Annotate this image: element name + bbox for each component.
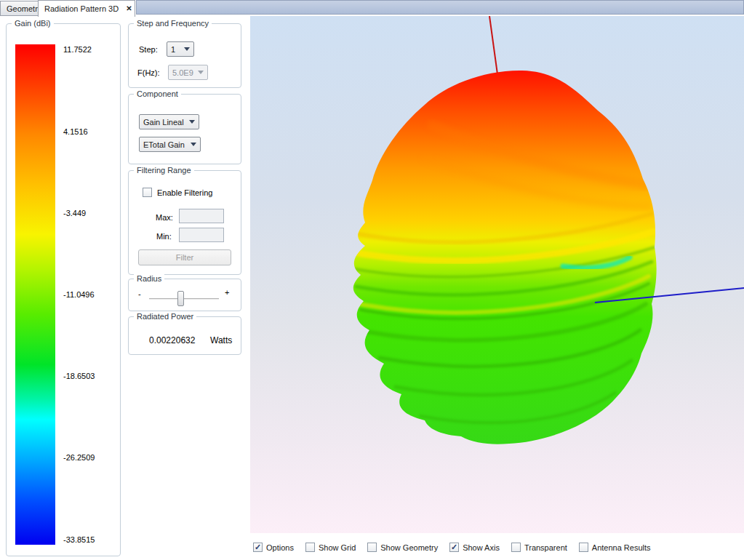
- step-dropdown[interactable]: 1: [167, 41, 194, 57]
- show-geometry-checkbox[interactable]: [367, 543, 377, 552]
- show-grid-label: Show Grid: [319, 543, 356, 552]
- show-axis-checkbox-item[interactable]: ✓ Show Axis: [449, 543, 500, 552]
- gain-tick: -18.6503: [63, 372, 95, 380]
- tab-radiation-label: Radiation Pattern 3D: [44, 4, 119, 13]
- antenna-results-checkbox-item[interactable]: Antenna Results: [579, 543, 651, 552]
- component-group: Component Gain Lineal ETotal Gain: [128, 94, 241, 164]
- show-geometry-checkbox-item[interactable]: Show Geometry: [367, 543, 438, 552]
- radiated-power-value: 0.00220632: [149, 335, 195, 345]
- view-options-bar: ✓ Options Show Grid Show Geometry ✓ Show…: [253, 543, 651, 552]
- show-axis-checkbox[interactable]: ✓: [449, 543, 459, 552]
- gain-scale-group: Gain (dBi) 11.7522 4.1516 -3.449 -11.049…: [6, 23, 121, 556]
- show-grid-checkbox-item[interactable]: Show Grid: [305, 543, 356, 552]
- transparent-checkbox[interactable]: [511, 543, 521, 552]
- frequency-dropdown-value: 5.0E9: [172, 68, 193, 77]
- filtering-range-group: Filtering Range Enable Filtering Max: Mi…: [128, 170, 241, 275]
- transparent-checkbox-item[interactable]: Transparent: [511, 543, 567, 552]
- step-label: Step:: [139, 45, 158, 54]
- show-grid-checkbox[interactable]: [305, 543, 315, 552]
- max-input: [179, 209, 224, 223]
- component-type-dropdown[interactable]: Gain Lineal: [139, 114, 199, 129]
- radiation-pattern-canvas[interactable]: [250, 16, 744, 533]
- show-axis-label: Show Axis: [463, 543, 500, 552]
- gain-tick: -3.449: [63, 209, 86, 217]
- filter-button: Filter: [138, 249, 231, 265]
- gain-tick-min: -33.8515: [63, 535, 95, 544]
- gain-tick: -26.2509: [63, 453, 95, 462]
- options-label: Options: [266, 543, 294, 552]
- step-frequency-group: Step and Frequency Step: 1 F(Hz): 5.0E9: [128, 23, 241, 88]
- radius-slider-handle[interactable]: [177, 291, 184, 306]
- min-label: Min:: [156, 232, 172, 241]
- component-field-dropdown[interactable]: ETotal Gain: [139, 137, 201, 152]
- options-checkbox[interactable]: ✓: [253, 543, 263, 552]
- chevron-down-icon: [191, 143, 196, 146]
- radiated-power-group: Radiated Power 0.00220632 Watts: [128, 316, 241, 355]
- min-input: [179, 228, 224, 242]
- show-geometry-label: Show Geometry: [380, 543, 438, 552]
- radiated-power-title: Radiated Power: [134, 312, 196, 321]
- gain-tick-max: 11.7522: [63, 45, 92, 54]
- gain-colorbar: [15, 44, 55, 545]
- tab-strip: [136, 0, 744, 15]
- chevron-down-icon: [184, 47, 190, 51]
- viewport-3d[interactable]: [250, 16, 744, 533]
- chevron-down-icon: [189, 120, 195, 124]
- step-dropdown-value: 1: [171, 45, 175, 54]
- transparent-label: Transparent: [524, 543, 567, 552]
- component-type-value: Gain Lineal: [143, 118, 184, 127]
- gain-scale-title: Gain (dBi): [12, 19, 54, 28]
- frequency-label: F(Hz):: [137, 68, 160, 77]
- antenna-results-checkbox[interactable]: [579, 543, 588, 552]
- gain-tick: -11.0496: [63, 290, 95, 299]
- step-frequency-title: Step and Frequency: [134, 19, 212, 28]
- chevron-down-icon: [198, 71, 204, 74]
- gain-tick: 4.1516: [63, 127, 88, 136]
- radiated-power-unit: Watts: [210, 335, 232, 345]
- radius-title: Radius: [134, 274, 164, 283]
- radius-plus-label[interactable]: +: [225, 288, 229, 297]
- max-label: Max:: [156, 213, 173, 222]
- component-title: Component: [134, 89, 181, 98]
- enable-filtering-label[interactable]: Enable Filtering: [157, 188, 212, 197]
- filtering-range-title: Filtering Range: [134, 166, 194, 175]
- tab-geometry-label: Geometry: [7, 4, 41, 13]
- close-tab-icon[interactable]: ✕: [126, 5, 132, 12]
- radius-slider-track[interactable]: [149, 298, 219, 300]
- component-field-value: ETotal Gain: [143, 140, 185, 149]
- options-checkbox-item[interactable]: ✓ Options: [253, 543, 294, 552]
- antenna-results-label: Antenna Results: [592, 543, 651, 552]
- radius-group: Radius - +: [128, 279, 241, 311]
- application-window: Geometry Radiation Pattern 3D ✕ Gain (dB…: [0, 0, 744, 560]
- frequency-dropdown: 5.0E9: [168, 65, 208, 80]
- tab-radiation-pattern-3d[interactable]: Radiation Pattern 3D ✕: [38, 0, 135, 17]
- enable-filtering-checkbox[interactable]: [143, 188, 152, 197]
- radius-minus-label[interactable]: -: [138, 289, 141, 298]
